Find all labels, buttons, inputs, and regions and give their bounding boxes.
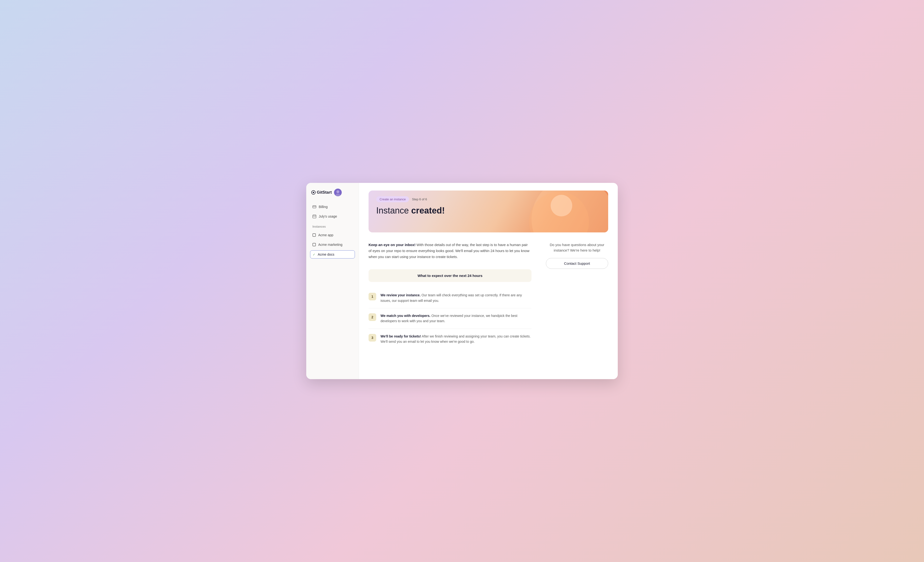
hero-title: Instance created! bbox=[376, 206, 600, 216]
sidebar-item-julys-usage[interactable]: July's usage bbox=[310, 212, 355, 220]
app-container: GitStart Billing bbox=[306, 183, 618, 379]
step-number-2: 2 bbox=[369, 313, 376, 321]
step-text-3: We'll be ready for tickets! After we fin… bbox=[381, 334, 531, 344]
sidebar-logo: GitStart bbox=[310, 188, 355, 196]
step-counter: Step 6 of 6 bbox=[412, 197, 427, 201]
step-text-2: We match you with developers. Once we've… bbox=[381, 313, 531, 324]
contact-support-button[interactable]: Contact Support bbox=[546, 258, 608, 269]
avatar bbox=[334, 188, 342, 196]
check-icon: ✓ bbox=[313, 253, 315, 256]
instances-section-label: Instances bbox=[310, 222, 355, 229]
content-body: Keep an eye on your inbox! With those de… bbox=[369, 242, 608, 349]
info-text: Keep an eye on your inbox! With those de… bbox=[369, 242, 531, 260]
svg-rect-5 bbox=[313, 206, 316, 208]
main-content: Create an instance Step 6 of 6 Instance … bbox=[359, 183, 618, 379]
step-item-1: 1 We review your instance. Our team will… bbox=[369, 288, 531, 308]
step-text-1: We review your instance. Our team will c… bbox=[381, 293, 531, 303]
svg-point-1 bbox=[313, 192, 314, 193]
step-number-1: 1 bbox=[369, 293, 376, 300]
svg-point-3 bbox=[336, 190, 339, 193]
steps-list: 1 We review your instance. Our team will… bbox=[369, 288, 531, 349]
expect-section: What to expect over the next 24 hours bbox=[369, 269, 531, 282]
step-item-2: 2 We match you with developers. Once we'… bbox=[369, 308, 531, 329]
step-breadcrumb: Create an instance Step 6 of 6 bbox=[376, 196, 600, 202]
step-item-3: 3 We'll be ready for tickets! After we f… bbox=[369, 329, 531, 349]
sidebar-item-billing[interactable]: Billing bbox=[310, 203, 355, 211]
svg-rect-11 bbox=[313, 234, 316, 236]
sidebar-item-acme-marketing[interactable]: Acme marketing bbox=[310, 241, 355, 248]
sidebar: GitStart Billing bbox=[306, 183, 359, 379]
hero-content: Create an instance Step 6 of 6 Instance … bbox=[369, 191, 608, 221]
svg-rect-7 bbox=[313, 215, 316, 218]
sidebar-item-acme-app[interactable]: Acme app bbox=[310, 231, 355, 239]
logo-text: GitStart bbox=[311, 190, 332, 195]
hero-banner: Create an instance Step 6 of 6 Instance … bbox=[369, 191, 608, 232]
svg-rect-12 bbox=[313, 243, 316, 246]
step-number-3: 3 bbox=[369, 334, 376, 342]
content-left: Keep an eye on your inbox! With those de… bbox=[369, 242, 531, 349]
step-badge: Create an instance bbox=[376, 196, 409, 202]
content-right: Do you have questions about your instanc… bbox=[546, 242, 608, 349]
expect-title: What to expect over the next 24 hours bbox=[374, 274, 526, 278]
sidebar-item-acme-docs[interactable]: ✓ Acme docs bbox=[310, 250, 355, 259]
support-text: Do you have questions about your instanc… bbox=[546, 242, 608, 253]
